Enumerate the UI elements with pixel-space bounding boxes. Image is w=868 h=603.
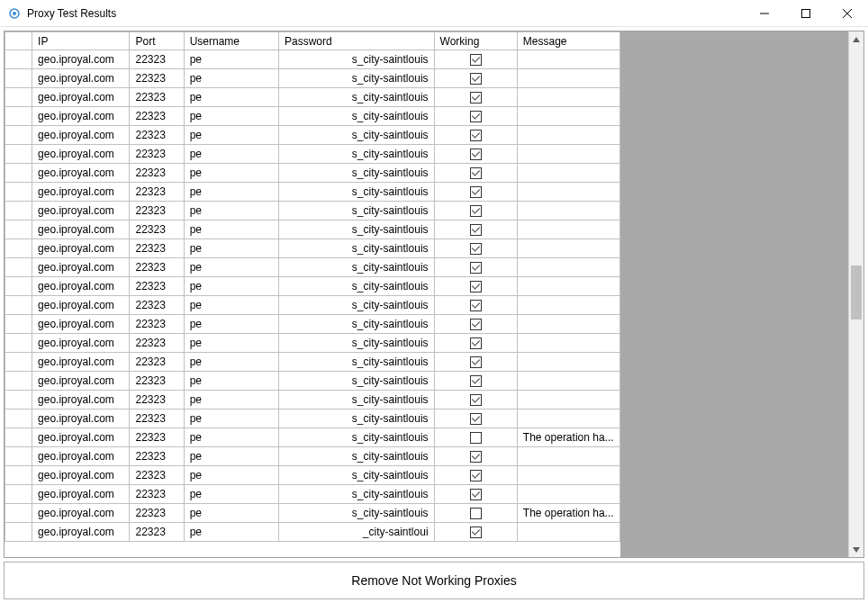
username-cell[interactable]: pe — [184, 466, 278, 485]
working-cell[interactable] — [434, 220, 517, 239]
ip-cell[interactable]: geo.iproyal.com — [32, 69, 130, 88]
table-row[interactable]: geo.iproyal.com22323pes_city-saintlouis — [5, 410, 620, 428]
row-selector-cell[interactable] — [5, 145, 32, 164]
row-selector-cell[interactable] — [5, 69, 32, 88]
password-cell[interactable]: s_city-saintlouis — [278, 145, 434, 164]
table-row[interactable]: geo.iproyal.com22323pes_city-saintlouis — [5, 183, 620, 202]
table-row[interactable]: geo.iproyal.com22323pes_city-saintlouis — [5, 164, 620, 183]
password-cell[interactable]: s_city-saintlouis — [278, 391, 434, 410]
port-cell[interactable]: 22323 — [130, 485, 184, 504]
maximize-button[interactable] — [785, 0, 827, 26]
password-cell[interactable]: s_city-saintlouis — [278, 258, 434, 277]
working-checkbox[interactable] — [470, 205, 482, 217]
password-cell[interactable]: s_city-saintlouis — [278, 315, 434, 334]
ip-cell[interactable]: geo.iproyal.com — [32, 428, 130, 447]
working-cell[interactable] — [434, 466, 517, 485]
table-row[interactable]: geo.iproyal.com22323pes_city-saintlouis — [5, 202, 620, 220]
working-checkbox[interactable] — [470, 262, 482, 274]
table-row[interactable]: geo.iproyal.com22323pes_city-saintlouis — [5, 466, 620, 485]
message-cell[interactable] — [517, 353, 619, 372]
message-cell[interactable] — [517, 447, 619, 466]
working-checkbox[interactable] — [470, 375, 482, 387]
row-selector-cell[interactable] — [5, 202, 32, 220]
working-checkbox[interactable] — [470, 92, 482, 104]
column-header-username[interactable]: Username — [184, 32, 278, 50]
working-checkbox[interactable] — [470, 148, 482, 160]
password-cell[interactable]: s_city-saintlouis — [278, 202, 434, 220]
username-cell[interactable]: pe — [184, 353, 278, 372]
scrollbar-thumb[interactable] — [851, 266, 862, 320]
close-button[interactable] — [827, 0, 868, 26]
row-selector-cell[interactable] — [5, 107, 32, 126]
username-cell[interactable]: pe — [184, 372, 278, 391]
working-checkbox[interactable] — [470, 338, 482, 349]
working-cell[interactable] — [434, 391, 517, 410]
port-cell[interactable]: 22323 — [130, 183, 184, 202]
row-selector-cell[interactable] — [5, 50, 32, 69]
working-checkbox[interactable] — [470, 432, 482, 444]
ip-cell[interactable]: geo.iproyal.com — [32, 315, 130, 334]
row-selector-cell[interactable] — [5, 428, 32, 447]
port-cell[interactable]: 22323 — [130, 126, 184, 145]
username-cell[interactable]: pe — [184, 145, 278, 164]
password-cell[interactable]: s_city-saintlouis — [278, 183, 434, 202]
working-checkbox[interactable] — [470, 489, 482, 500]
row-selector-cell[interactable] — [5, 466, 32, 485]
password-cell[interactable]: s_city-saintlouis — [278, 69, 434, 88]
row-selector-cell[interactable] — [5, 258, 32, 277]
table-row[interactable]: geo.iproyal.com22323pes_city-saintlouis — [5, 220, 620, 239]
results-table[interactable]: IP Port Username Password Working Messag… — [5, 32, 620, 542]
table-row[interactable]: geo.iproyal.com22323pes_city-saintlouisT… — [5, 504, 620, 523]
message-cell[interactable] — [517, 145, 619, 164]
ip-cell[interactable]: geo.iproyal.com — [32, 391, 130, 410]
message-cell[interactable] — [517, 315, 619, 334]
ip-cell[interactable]: geo.iproyal.com — [32, 258, 130, 277]
username-cell[interactable]: pe — [184, 447, 278, 466]
username-cell[interactable]: pe — [184, 50, 278, 69]
message-cell[interactable]: The operation ha... — [517, 504, 619, 523]
row-selector-cell[interactable] — [5, 315, 32, 334]
row-selector-cell[interactable] — [5, 485, 32, 504]
row-selector-cell[interactable] — [5, 372, 32, 391]
password-cell[interactable]: s_city-saintlouis — [278, 372, 434, 391]
username-cell[interactable]: pe — [184, 239, 278, 258]
password-cell[interactable]: _city-saintloui — [278, 523, 434, 542]
table-row[interactable]: geo.iproyal.com22323pes_city-saintlouis — [5, 69, 620, 88]
username-cell[interactable]: pe — [184, 410, 278, 428]
table-row[interactable]: geo.iproyal.com22323pes_city-saintlouis — [5, 447, 620, 466]
working-checkbox[interactable] — [470, 243, 482, 255]
username-cell[interactable]: pe — [184, 485, 278, 504]
table-row[interactable]: geo.iproyal.com22323pes_city-saintlouis — [5, 353, 620, 372]
working-checkbox[interactable] — [470, 167, 482, 179]
password-cell[interactable]: s_city-saintlouis — [278, 485, 434, 504]
port-cell[interactable]: 22323 — [130, 391, 184, 410]
password-cell[interactable]: s_city-saintlouis — [278, 277, 434, 296]
working-cell[interactable] — [434, 183, 517, 202]
username-cell[interactable]: pe — [184, 258, 278, 277]
port-cell[interactable]: 22323 — [130, 372, 184, 391]
message-cell[interactable] — [517, 523, 619, 542]
message-cell[interactable] — [517, 372, 619, 391]
working-cell[interactable] — [434, 428, 517, 447]
table-row[interactable]: geo.iproyal.com22323pes_city-saintlouis — [5, 372, 620, 391]
working-cell[interactable] — [434, 107, 517, 126]
port-cell[interactable]: 22323 — [130, 202, 184, 220]
working-cell[interactable] — [434, 202, 517, 220]
table-row[interactable]: geo.iproyal.com22323pes_city-saintlouis — [5, 334, 620, 353]
working-checkbox[interactable] — [470, 394, 482, 406]
message-cell[interactable] — [517, 296, 619, 315]
row-selector-cell[interactable] — [5, 353, 32, 372]
password-cell[interactable]: s_city-saintlouis — [278, 466, 434, 485]
password-cell[interactable]: s_city-saintlouis — [278, 239, 434, 258]
message-cell[interactable] — [517, 202, 619, 220]
working-checkbox[interactable] — [470, 130, 482, 141]
ip-cell[interactable]: geo.iproyal.com — [32, 372, 130, 391]
message-cell[interactable] — [517, 69, 619, 88]
table-row[interactable]: geo.iproyal.com22323pes_city-saintlouis — [5, 485, 620, 504]
ip-cell[interactable]: geo.iproyal.com — [32, 410, 130, 428]
password-cell[interactable]: s_city-saintlouis — [278, 164, 434, 183]
minimize-button[interactable] — [744, 0, 785, 26]
working-cell[interactable] — [434, 126, 517, 145]
username-cell[interactable]: pe — [184, 334, 278, 353]
working-cell[interactable] — [434, 504, 517, 523]
